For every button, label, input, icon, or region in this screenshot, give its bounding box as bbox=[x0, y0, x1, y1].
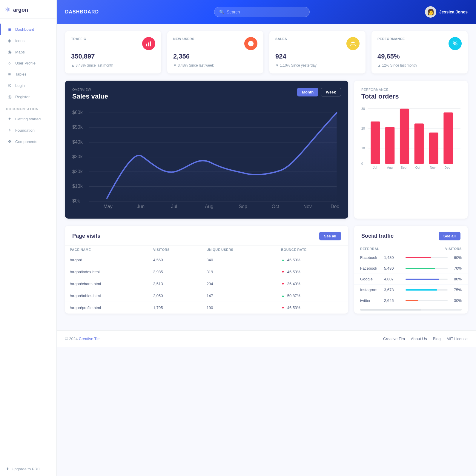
svg-rect-41 bbox=[414, 124, 424, 164]
sidebar-item-components[interactable]: ❖ Components bbox=[0, 136, 56, 147]
sidebar-item-label: Maps bbox=[15, 50, 25, 54]
unique-users: 294 bbox=[202, 278, 277, 290]
svg-text:$0k: $0k bbox=[72, 198, 80, 203]
search-input[interactable] bbox=[227, 10, 305, 14]
stat-icon-sales bbox=[346, 37, 360, 50]
sidebar-item-login[interactable]: ⊙ Login bbox=[0, 80, 56, 91]
page-name: /argon/charts.html bbox=[65, 278, 148, 290]
social-scrollbar[interactable] bbox=[360, 309, 462, 311]
stat-icon-traffic bbox=[142, 37, 155, 50]
page-visits-see-all-button[interactable]: See all bbox=[319, 232, 341, 240]
bounce-rate: ▲ 50,87% bbox=[276, 290, 348, 302]
svg-text:Jul: Jul bbox=[171, 204, 177, 209]
svg-text:20: 20 bbox=[361, 127, 365, 130]
progress-bar-container bbox=[406, 257, 448, 258]
sidebar-item-dashboard[interactable]: ▣ Dashboard bbox=[0, 24, 56, 35]
social-visitors-count: 5,480 bbox=[384, 266, 402, 271]
upgrade-button[interactable]: ⬆ Upgrade to PRO bbox=[6, 467, 50, 471]
sidebar-item-getting-started[interactable]: ✦ Getting started bbox=[0, 113, 56, 125]
progress-bar-container bbox=[406, 279, 448, 280]
svg-text:Nov: Nov bbox=[430, 166, 436, 169]
svg-text:$30k: $30k bbox=[72, 154, 83, 159]
stat-label: NEW USERS bbox=[173, 37, 194, 41]
upgrade-icon: ⬆ bbox=[6, 467, 9, 471]
tab-buttons: Month Week bbox=[297, 88, 341, 96]
social-traffic-see-all-button[interactable]: See all bbox=[439, 232, 460, 240]
social-visitors-count: 4,807 bbox=[384, 277, 402, 281]
svg-point-5 bbox=[251, 43, 252, 44]
docs-section-label: DOCUMENTATION bbox=[6, 105, 50, 111]
social-name: Google bbox=[360, 277, 384, 281]
sidebar-item-label: User Profile bbox=[15, 61, 36, 65]
sidebar-item-label: Getting started bbox=[15, 117, 41, 121]
sidebar-item-label: Icons bbox=[15, 39, 24, 43]
footer-link-about-us[interactable]: About Us bbox=[411, 337, 427, 341]
upgrade-label: Upgrade to PRO bbox=[12, 467, 40, 471]
charts-row: OVERVIEW Sales value Month Week $60k $50… bbox=[65, 81, 468, 219]
sidebar-item-register[interactable]: ◎ Register bbox=[0, 91, 56, 102]
svg-text:Dec: Dec bbox=[444, 166, 450, 169]
page-visits-card: Page visits See all PAGE NAME VISITORS U… bbox=[65, 226, 348, 314]
getting-started-icon: ✦ bbox=[7, 116, 12, 122]
page-visits-title: Page visits bbox=[72, 233, 100, 239]
logo-icon: ⚛ bbox=[5, 6, 11, 14]
tables-icon: ≡ bbox=[7, 72, 12, 77]
sidebar-nav: ▣ Dashboard ◈ Icons ◉ Maps ○ User Profil… bbox=[0, 19, 56, 462]
stat-card-traffic: TRAFFIC 350,897 ▲ 3.48% Since last month bbox=[65, 31, 161, 73]
footer-link-creative-tim[interactable]: Creative Tim bbox=[383, 337, 405, 341]
performance-chart-card: PERFORMANCE Total orders 30 20 10 0 bbox=[354, 81, 468, 219]
footer-copyright: © 2024 Creative Tim bbox=[65, 337, 101, 341]
social-traffic-card: Social traffic See all REFERRAL VISITORS… bbox=[354, 226, 468, 314]
sidebar-bottom: ⬆ Upgrade to PRO bbox=[0, 462, 56, 476]
social-name: Instagram bbox=[360, 288, 384, 292]
svg-text:Jun: Jun bbox=[137, 204, 145, 209]
svg-rect-1 bbox=[148, 42, 149, 46]
stat-card-performance: PERFORMANCE % 49,65% ▲ 12% Since last mo… bbox=[371, 31, 468, 73]
tab-month-button[interactable]: Month bbox=[297, 88, 318, 96]
sidebar-item-label: Register bbox=[15, 95, 30, 99]
search-box[interactable]: 🔍 bbox=[214, 7, 310, 17]
stat-label: PERFORMANCE bbox=[377, 37, 405, 41]
social-pct: 70% bbox=[451, 266, 462, 271]
stat-label: SALES bbox=[275, 37, 287, 41]
sidebar-item-label: Foundation bbox=[15, 128, 35, 133]
list-item: Instagram 3,678 75% bbox=[354, 285, 468, 295]
svg-rect-42 bbox=[429, 133, 438, 164]
sidebar-item-user-profile[interactable]: ○ User Profile bbox=[0, 58, 56, 69]
tab-week-button[interactable]: Week bbox=[321, 88, 341, 96]
social-rows: Facebook 1,480 60% Facebook 5,480 70% Go… bbox=[354, 252, 468, 306]
stat-change: ▲ 3.48% Since last month bbox=[71, 63, 155, 67]
svg-rect-38 bbox=[371, 122, 380, 164]
page-title: DASHBOARD bbox=[65, 9, 99, 15]
svg-point-4 bbox=[250, 43, 251, 44]
perf-label: PERFORMANCE bbox=[361, 88, 460, 91]
page-name: /argon/tables.html bbox=[65, 290, 148, 302]
social-pct: 60% bbox=[451, 255, 462, 260]
sidebar-item-tables[interactable]: ≡ Tables bbox=[0, 69, 56, 80]
progress-bar-container bbox=[406, 289, 448, 291]
unique-users: 319 bbox=[202, 266, 277, 278]
stat-card-sales: SALES 924 ▼ 1.10% Since yesterday bbox=[269, 31, 366, 73]
logo[interactable]: ⚛ argon bbox=[0, 0, 56, 19]
bounce-rate: ▲ 46,53% bbox=[276, 254, 348, 266]
dashboard-icon: ▣ bbox=[7, 27, 12, 32]
social-name: twitter bbox=[360, 298, 384, 303]
footer-link-mit-license[interactable]: MIT License bbox=[446, 337, 468, 341]
sidebar-item-foundation[interactable]: ✧ Foundation bbox=[0, 125, 56, 136]
stats-grid: TRAFFIC 350,897 ▲ 3.48% Since last month… bbox=[65, 31, 468, 73]
footer-brand-link[interactable]: Creative Tim bbox=[79, 337, 101, 341]
user-info[interactable]: 👩 Jessica Jones bbox=[425, 6, 468, 18]
stat-value: 49,65% bbox=[377, 53, 462, 60]
social-name: Facebook bbox=[360, 266, 384, 271]
sidebar-item-icons[interactable]: ◈ Icons bbox=[0, 35, 56, 46]
footer-link-blog[interactable]: Blog bbox=[433, 337, 440, 341]
table-row: /argon/tables.html 2,050 147 ▲ 50,87% bbox=[65, 290, 348, 302]
table-row: /argon/profile.html 1,795 190 ▼ 46,53% bbox=[65, 302, 348, 314]
col-social-visitors: VISITORS bbox=[445, 247, 462, 251]
progress-bar-container bbox=[406, 300, 448, 301]
user-name: Jessica Jones bbox=[439, 10, 468, 14]
foundation-icon: ✧ bbox=[7, 128, 12, 133]
progress-bar bbox=[406, 300, 418, 301]
sidebar-item-maps[interactable]: ◉ Maps bbox=[0, 46, 56, 58]
performance-chart-svg: 30 20 10 0 bbox=[361, 105, 460, 172]
